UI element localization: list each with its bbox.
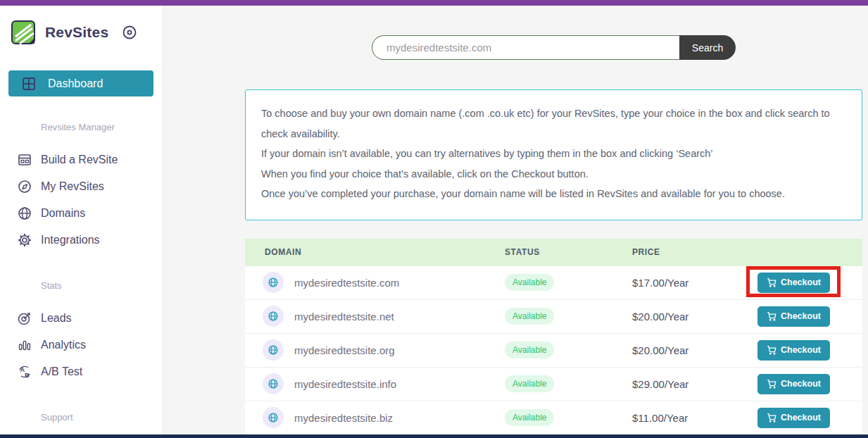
status-badge: Available [505,274,554,291]
price-value: $20.00/Year [632,344,757,356]
sidebar-item-label: My RevSites [41,180,104,193]
sidebar-item-label: Integrations [41,234,100,246]
brand-name: RevSites [45,24,108,41]
price-value: $29.00/Year [632,378,757,390]
target-arrow-icon [17,311,32,326]
sidebar-item-analytics[interactable]: Analytics [0,332,163,358]
table-header-row: DOMAIN STATUS PRICE [245,239,862,266]
checkout-button[interactable]: Checkout [757,306,830,327]
globe-icon [263,339,284,361]
globe-icon [263,407,284,428]
section-label-support: Support [41,412,163,423]
instruction-line: When you find your choice that’s availab… [261,164,845,184]
price-value: $20.00/Year [632,311,757,323]
instruction-line: Once you’ve completed your purchase, you… [261,184,845,204]
globe-icon [263,272,284,293]
sidebar-item-label: Leads [41,312,72,325]
revsites-logo-icon [10,18,38,46]
checkout-button[interactable]: Checkout [757,273,830,293]
globe-icon [263,373,284,394]
globe-icon [17,206,32,221]
brand: RevSites [0,6,163,46]
table-row: mydesiredtestsite.com Available $17.00/Y… [245,266,862,300]
dashboard-grid-icon [21,76,37,92]
section-label-stats: Stats [41,280,163,291]
sidebar-item-label: Analytics [41,339,86,351]
sidebar-item-domains[interactable]: Domains [0,200,163,227]
svg-text:B: B [25,372,30,379]
sidebar-item-integrations[interactable]: Integrations [0,227,163,254]
domain-name: mydesiredtestsite.biz [294,412,505,424]
bottom-border-bar [0,434,868,438]
checkout-label: Checkout [781,277,821,287]
sidebar-item-leads[interactable]: Leads [0,305,163,332]
top-accent-bar [0,0,868,6]
cart-icon [767,345,776,355]
cart-icon [767,379,776,389]
domain-name: mydesiredtestsite.org [294,344,505,356]
status-badge: Available [505,342,554,358]
main-content: Search To choose and buy your own domain… [163,6,868,438]
checkout-button[interactable]: Checkout [757,408,830,428]
sidebar-item-build-a-revsite[interactable]: Build a RevSite [0,146,163,173]
checkout-label: Checkout [781,379,821,389]
cart-icon [767,311,776,321]
checkout-label: Checkout [781,345,821,355]
domain-name: mydesiredtestsite.info [294,378,505,390]
sidebar-item-ab-test[interactable]: AB A/B Test [0,358,163,385]
status-badge: Available [505,308,554,325]
sidebar-item-my-revsites[interactable]: My RevSites [0,173,163,200]
cart-icon [767,277,776,287]
column-header-domain: DOMAIN [245,247,505,257]
domain-results-table: DOMAIN STATUS PRICE mydesiredtestsite.co… [245,239,862,438]
search-button[interactable]: Search [679,35,736,60]
dashboard-label: Dashboard [48,77,103,90]
table-row: mydesiredtestsite.info Available $29.00/… [245,368,862,401]
table-row: mydesiredtestsite.net Available $20.00/Y… [245,300,862,334]
browser-icon [17,152,32,168]
table-row: mydesiredtestsite.org Available $20.00/Y… [245,334,862,368]
price-value: $17.00/Year [632,277,757,289]
sidebar-item-label: A/B Test [41,365,82,378]
domain-search-input[interactable] [372,35,679,60]
compass-icon [17,179,32,194]
sidebar-item-label: Domains [41,207,85,220]
checkout-label: Checkout [781,311,821,321]
globe-icon [263,306,284,327]
instruction-line: If your domain isn’t available, you can … [261,144,845,164]
cart-icon [767,413,776,423]
price-value: $11.00/Year [632,412,757,424]
checkout-button[interactable]: Checkout [757,374,830,394]
domain-name: mydesiredtestsite.com [294,277,505,289]
bar-chart-icon [17,337,32,353]
sidebar: RevSites Dashboard Revsites Manager Buil… [0,6,163,438]
instruction-line: To choose and buy your own domain name (… [261,104,845,144]
domain-name: mydesiredtestsite.net [294,311,505,323]
sidebar-toggle-icon[interactable] [122,25,137,40]
domain-search-bar: Search [372,35,736,60]
gear-icon [17,232,32,248]
ab-test-icon: AB [17,364,32,380]
instructions-panel: To choose and buy your own domain name (… [245,89,862,220]
status-badge: Available [505,409,554,426]
column-header-price: PRICE [632,247,757,257]
table-row: mydesiredtestsite.biz Available $11.00/Y… [245,401,862,435]
checkout-button[interactable]: Checkout [757,340,830,361]
section-label-revsites-manager: Revsites Manager [41,122,163,132]
sidebar-item-label: Build a RevSite [41,154,118,166]
sidebar-item-dashboard[interactable]: Dashboard [8,70,153,96]
column-header-status: STATUS [505,247,632,257]
status-badge: Available [505,375,554,392]
checkout-label: Checkout [781,413,821,423]
